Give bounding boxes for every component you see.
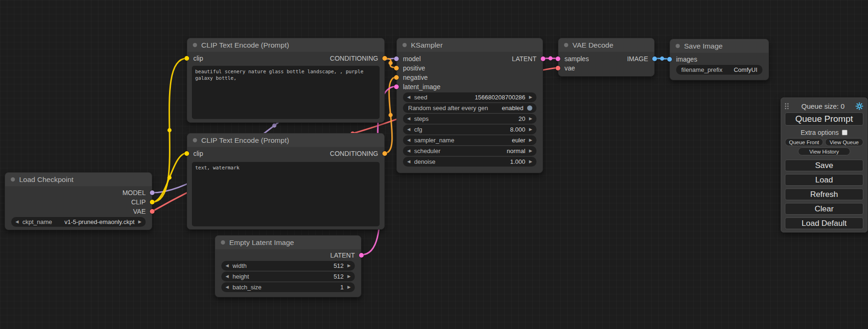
output-port-clip[interactable] — [150, 200, 155, 204]
batch-size-widget[interactable]: ◀ batch_size 1 ▶ — [221, 282, 355, 292]
random-seed-toggle-widget[interactable]: Random seed after every gen enabled — [403, 103, 536, 113]
filename-prefix-widget[interactable]: filename_prefix ComfyUI — [676, 65, 762, 75]
increment-arrow-icon[interactable]: ▶ — [529, 117, 532, 121]
increment-arrow-icon[interactable]: ▶ — [347, 285, 351, 289]
increment-arrow-icon[interactable]: ▶ — [138, 220, 141, 224]
increment-arrow-icon[interactable]: ▶ — [529, 138, 532, 142]
port-row: negative — [397, 73, 543, 82]
increment-arrow-icon[interactable]: ▶ — [529, 160, 532, 164]
node-clip-text-encode-positive[interactable]: CLIP Text Encode (Prompt) clip CONDITION… — [187, 38, 385, 123]
decrement-arrow-icon[interactable]: ◀ — [226, 264, 229, 268]
node-load-checkpoint[interactable]: Load Checkpoint MODEL CLIP VAE ◀ ckpt_na… — [5, 172, 152, 230]
port-row: clip CONDITIONING — [187, 54, 384, 63]
node-title-bar[interactable]: CLIP Text Encode (Prompt) — [187, 38, 384, 52]
output-port-image[interactable] — [652, 56, 657, 61]
increment-arrow-icon[interactable]: ▶ — [529, 127, 532, 132]
increment-arrow-icon[interactable]: ▶ — [347, 274, 351, 279]
node-save-image[interactable]: Save Image images filename_prefix ComfyU… — [670, 39, 769, 80]
input-port-model[interactable] — [394, 56, 399, 61]
width-widget[interactable]: ◀ width 512 ▶ — [221, 261, 355, 271]
scheduler-widget[interactable]: ◀ scheduler normal ▶ — [403, 146, 536, 156]
node-graph-canvas[interactable]: Load Checkpoint MODEL CLIP VAE ◀ ckpt_na… — [0, 0, 868, 329]
decrement-arrow-icon[interactable]: ◀ — [407, 95, 410, 99]
output-port-vae[interactable] — [150, 209, 155, 214]
ckpt-name-widget[interactable]: ◀ ckpt_name v1-5-pruned-emaonly.ckpt ▶ — [11, 217, 146, 227]
decrement-arrow-icon[interactable]: ◀ — [407, 127, 410, 132]
extra-options-checkbox[interactable] — [842, 130, 847, 135]
load-button[interactable]: Load — [785, 174, 863, 186]
collapse-dot[interactable] — [221, 240, 225, 245]
output-port-conditioning[interactable] — [382, 151, 387, 156]
input-label: negative — [403, 74, 428, 81]
input-port-latent-image[interactable] — [394, 84, 399, 89]
output-label: LATENT — [330, 252, 355, 259]
node-clip-text-encode-negative[interactable]: CLIP Text Encode (Prompt) clip CONDITION… — [187, 133, 385, 230]
input-label: positive — [403, 64, 425, 72]
denoise-widget[interactable]: ◀ denoise 1.000 ▶ — [403, 157, 536, 167]
widget-label: ckpt_name — [22, 218, 52, 225]
widget-label: scheduler — [414, 147, 440, 154]
collapse-dot[interactable] — [11, 177, 15, 182]
node-title-label: CLIP Text Encode (Prompt) — [201, 41, 289, 49]
save-button[interactable]: Save — [785, 160, 863, 171]
input-port-positive[interactable] — [394, 66, 399, 70]
increment-arrow-icon[interactable]: ▶ — [529, 95, 532, 99]
negative-prompt-textarea[interactable]: text, watermark — [192, 162, 380, 226]
output-port-latent[interactable] — [541, 56, 545, 61]
collapse-dot[interactable] — [193, 43, 197, 47]
output-port-model[interactable] — [150, 190, 155, 195]
seed-widget[interactable]: ◀ seed 156680208700286 ▶ — [403, 92, 536, 102]
decrement-arrow-icon[interactable]: ◀ — [226, 285, 229, 289]
decrement-arrow-icon[interactable]: ◀ — [226, 274, 229, 279]
collapse-dot[interactable] — [676, 44, 680, 48]
increment-arrow-icon[interactable]: ▶ — [347, 264, 351, 268]
steps-widget[interactable]: ◀ steps 20 ▶ — [403, 114, 536, 124]
load-default-button[interactable]: Load Default — [785, 217, 863, 229]
input-port-vae[interactable] — [556, 66, 560, 70]
output-row: MODEL — [5, 188, 152, 197]
view-history-button[interactable]: View History — [798, 147, 850, 155]
node-title-label: KSampler — [411, 41, 443, 49]
node-title-bar[interactable]: VAE Decode — [558, 38, 654, 52]
cfg-widget[interactable]: ◀ cfg 8.000 ▶ — [403, 125, 536, 134]
node-title-bar[interactable]: Save Image — [670, 39, 769, 53]
node-title-bar[interactable]: KSampler — [397, 38, 543, 52]
toggle-knob[interactable] — [527, 105, 532, 111]
view-queue-button[interactable]: View Queue — [825, 138, 863, 146]
refresh-button[interactable]: Refresh — [785, 189, 863, 200]
clear-button[interactable]: Clear — [785, 203, 863, 215]
extra-options-row: Extra options — [785, 128, 863, 137]
node-vae-decode[interactable]: VAE Decode samples IMAGE vae — [558, 38, 655, 77]
output-port-latent[interactable] — [359, 253, 364, 258]
decrement-arrow-icon[interactable]: ◀ — [15, 220, 19, 224]
drag-handle-icon[interactable] — [785, 103, 790, 109]
node-title-bar[interactable]: CLIP Text Encode (Prompt) — [187, 133, 384, 147]
node-empty-latent-image[interactable]: Empty Latent Image LATENT ◀ width 512 ▶ … — [215, 235, 361, 297]
positive-prompt-textarea[interactable]: beautiful scenery nature glass bottle la… — [192, 66, 380, 119]
input-port-samples[interactable] — [556, 56, 560, 61]
settings-gear-icon[interactable] — [855, 102, 863, 110]
input-port-negative[interactable] — [394, 75, 399, 80]
sampler-name-widget[interactable]: ◀ sampler_name euler ▶ — [403, 135, 536, 145]
node-title-bar[interactable]: Empty Latent Image — [215, 236, 361, 249]
input-port-clip[interactable] — [184, 151, 189, 156]
node-title-bar[interactable]: Load Checkpoint — [5, 173, 152, 186]
input-port-images[interactable] — [667, 57, 672, 62]
increment-arrow-icon[interactable]: ▶ — [529, 149, 532, 153]
collapse-dot[interactable] — [193, 138, 197, 142]
collapse-dot[interactable] — [402, 43, 407, 47]
port-row: vae — [558, 63, 654, 73]
collapse-dot[interactable] — [564, 43, 568, 47]
decrement-arrow-icon[interactable]: ◀ — [407, 117, 410, 121]
queue-front-button[interactable]: Queue Front — [785, 138, 823, 146]
decrement-arrow-icon[interactable]: ◀ — [407, 160, 410, 164]
input-port-clip[interactable] — [184, 56, 189, 61]
height-widget[interactable]: ◀ height 512 ▶ — [221, 272, 355, 281]
port-row: model LATENT — [397, 54, 543, 63]
node-ksampler[interactable]: KSampler model LATENT positive negative … — [396, 38, 543, 173]
decrement-arrow-icon[interactable]: ◀ — [407, 149, 410, 153]
queue-prompt-button[interactable]: Queue Prompt — [785, 112, 863, 126]
extra-options-label: Extra options — [801, 129, 839, 136]
output-port-conditioning[interactable] — [382, 56, 387, 61]
decrement-arrow-icon[interactable]: ◀ — [407, 138, 410, 142]
